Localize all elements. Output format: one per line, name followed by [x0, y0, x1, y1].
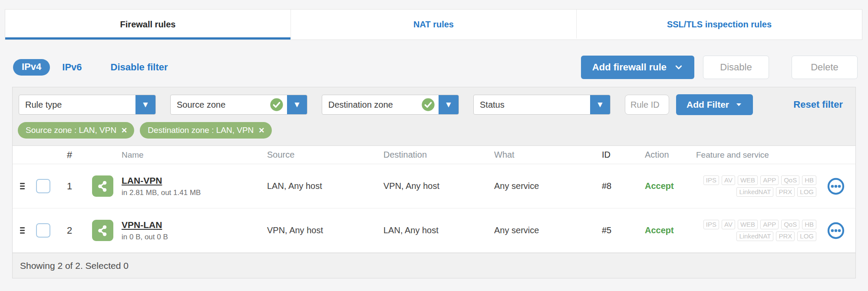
filter-source-zone-label: Source zone	[171, 100, 270, 110]
add-filter-button[interactable]: Add Filter	[676, 94, 753, 115]
column-header-feature-and-service: Feature and service	[693, 150, 816, 160]
chevron-down-icon[interactable]: ▼	[135, 95, 155, 115]
tab-firewall-rules[interactable]: Firewall rules	[5, 10, 290, 40]
feature-badge: IPS	[703, 220, 719, 229]
rule-name-link[interactable]: VPN-LAN	[122, 220, 264, 230]
filter-row: Rule type ▼ Source zone ▼ Destination zo…	[13, 87, 855, 121]
rule-id-input[interactable]	[625, 95, 669, 115]
column-header-source: Source	[264, 150, 380, 160]
rule-what: Any service	[491, 181, 599, 191]
share-nodes-icon[interactable]	[92, 175, 113, 197]
filter-chip-source-zone-label: Source zone : LAN, VPN	[26, 126, 116, 135]
add-firewall-rule-label: Add firewall rule	[592, 62, 667, 73]
table-row: 2 VPN-LAN in 0 B, out 0 B VPN, Any host …	[13, 208, 855, 253]
table-footer: Showing 2 of 2. Selected 0	[13, 253, 855, 278]
feature-badge: HB	[802, 175, 816, 185]
check-circle-icon	[421, 98, 435, 112]
feature-badge: IPS	[703, 175, 719, 185]
drag-handle-icon[interactable]	[20, 183, 25, 189]
chevron-down-icon	[674, 63, 683, 72]
firewall-rules-panel: Rule type ▼ Source zone ▼ Destination zo…	[12, 87, 856, 278]
close-icon[interactable]: ✕	[121, 126, 127, 135]
row-checkbox[interactable]	[36, 179, 50, 193]
rule-action-status: Accept	[640, 181, 693, 191]
feature-badge: APP	[760, 220, 779, 229]
chevron-down-icon[interactable]: ▼	[439, 95, 459, 115]
feature-badge: HB	[802, 220, 816, 229]
disable-button[interactable]: Disable	[703, 56, 769, 79]
row-checkbox[interactable]	[36, 223, 50, 238]
feature-badge: QoS	[781, 175, 799, 185]
column-header-destination: Destination	[380, 150, 491, 160]
rule-name-link[interactable]: LAN-VPN	[122, 175, 264, 186]
feature-badge: PRX	[776, 187, 795, 197]
feature-badge: PRX	[776, 231, 795, 241]
column-header-id: ID	[599, 150, 640, 160]
rule-id: #5	[599, 225, 640, 235]
ipv4-toggle[interactable]: IPv4	[13, 59, 50, 76]
check-circle-icon	[270, 98, 284, 112]
table-header-row: # Name Source Destination What ID Action…	[13, 146, 855, 164]
add-filter-label: Add Filter	[686, 99, 729, 110]
add-firewall-rule-button[interactable]: Add firewall rule	[581, 56, 694, 79]
showing-selected-status: Showing 2 of 2. Selected 0	[20, 261, 129, 271]
feature-badge: LOG	[797, 187, 816, 197]
filter-chip-destination-zone-label: Destination zone : LAN, VPN	[148, 126, 254, 135]
tab-ssl-tls-inspection-rules-label: SSL/TLS inspection rules	[667, 20, 772, 30]
rule-source: LAN, Any host	[264, 181, 380, 191]
drag-handle-icon[interactable]	[20, 227, 25, 234]
disable-filter-link[interactable]: Disable filter	[111, 62, 168, 73]
feature-badges: IPS AV WEB APP QoS HB LinkedNAT PRX LOG	[696, 220, 816, 241]
column-header-index: #	[54, 149, 85, 161]
toolbar-actions: Add firewall rule Disable Delete	[581, 56, 858, 79]
filter-rule-type-label: Rule type	[19, 100, 135, 110]
filter-source-zone-dropdown[interactable]: Source zone ▼	[170, 95, 307, 115]
rule-source: VPN, Any host	[264, 225, 380, 235]
toolbar: IPv4 IPv6 Disable filter Add firewall ru…	[13, 56, 858, 79]
rule-what: Any service	[491, 225, 599, 235]
filter-chip-source-zone: Source zone : LAN, VPN ✕	[18, 122, 134, 139]
rule-traffic-stats: in 0 B, out 0 B	[122, 233, 264, 241]
rule-destination: VPN, Any host	[380, 181, 491, 191]
rule-id: #8	[599, 181, 640, 191]
filter-destination-zone-dropdown[interactable]: Destination zone ▼	[322, 95, 459, 115]
rule-action-status: Accept	[640, 225, 693, 235]
rule-traffic-stats: in 2.81 MB, out 1.41 MB	[122, 188, 264, 197]
feature-badge: LinkedNAT	[736, 187, 773, 197]
column-header-what: What	[491, 150, 599, 160]
filter-status-label: Status	[474, 100, 590, 110]
feature-badge: WEB	[738, 175, 758, 185]
table-row: 1 LAN-VPN in 2.81 MB, out 1.41 MB LAN, A…	[13, 164, 855, 208]
feature-badge: LOG	[797, 231, 816, 241]
row-index: 1	[54, 181, 85, 192]
row-index: 2	[54, 225, 85, 236]
feature-badge: AV	[722, 220, 735, 229]
chevron-down-icon[interactable]: ▼	[590, 95, 610, 115]
rules-tab-bar: Firewall rules NAT rules SSL/TLS inspect…	[5, 9, 862, 40]
filter-status-dropdown[interactable]: Status ▼	[473, 95, 611, 115]
ipv6-toggle[interactable]: IPv6	[62, 62, 82, 73]
feature-badge: WEB	[738, 220, 758, 229]
reset-filter-link[interactable]: Reset filter	[793, 99, 843, 110]
feature-badge: APP	[760, 175, 779, 185]
tab-nat-rules[interactable]: NAT rules	[290, 10, 576, 40]
delete-button[interactable]: Delete	[792, 56, 858, 79]
chevron-down-icon[interactable]: ▼	[287, 95, 307, 115]
row-menu-ellipsis-icon[interactable]	[826, 221, 845, 240]
rule-destination: LAN, Any host	[380, 225, 491, 235]
row-menu-ellipsis-icon[interactable]	[826, 177, 845, 196]
feature-badge: LinkedNAT	[736, 231, 773, 241]
close-icon[interactable]: ✕	[258, 126, 264, 135]
feature-badge: AV	[722, 175, 735, 185]
column-header-name: Name	[120, 150, 264, 160]
column-header-action: Action	[640, 150, 693, 160]
tab-ssl-tls-inspection-rules[interactable]: SSL/TLS inspection rules	[576, 10, 862, 40]
share-nodes-icon[interactable]	[92, 220, 113, 241]
feature-badge: QoS	[781, 220, 799, 229]
filter-destination-zone-label: Destination zone	[322, 100, 421, 110]
chevron-down-icon	[735, 101, 743, 109]
firewall-rules-table: # Name Source Destination What ID Action…	[13, 146, 855, 278]
filter-chip-destination-zone: Destination zone : LAN, VPN ✕	[140, 122, 271, 139]
filter-rule-type-dropdown[interactable]: Rule type ▼	[19, 95, 156, 115]
tab-nat-rules-label: NAT rules	[413, 20, 454, 30]
